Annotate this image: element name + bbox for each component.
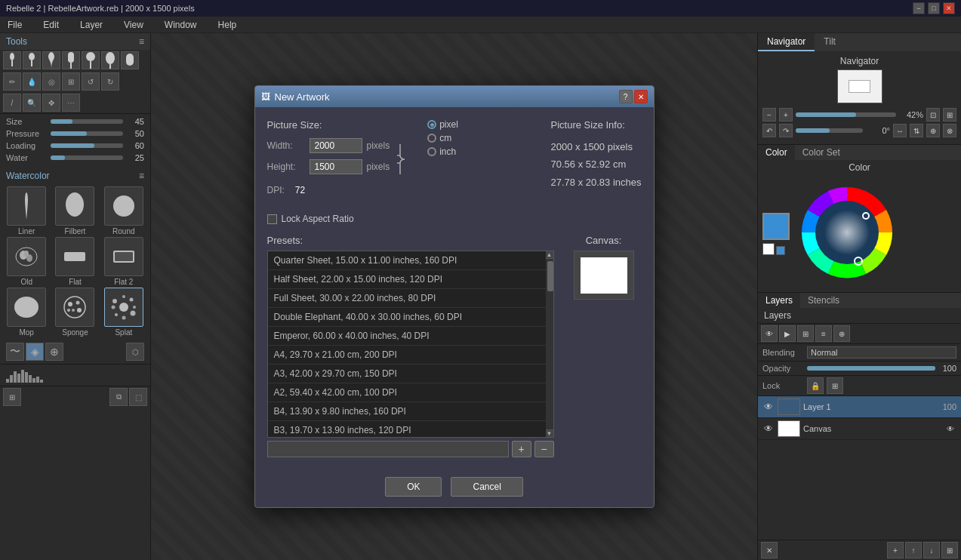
canvas-layer[interactable]: 👁 Canvas 👁	[758, 418, 961, 440]
bg-color-swatch[interactable]	[762, 243, 775, 255]
preset-item-5[interactable]: A4, 29.70 x 21.00 cm, 200 DPI	[268, 346, 546, 365]
layer-action-2[interactable]: ⬚	[129, 388, 147, 406]
brush-tool-4[interactable]	[62, 51, 80, 69]
menu-window[interactable]: Window	[160, 18, 202, 32]
water-slider[interactable]	[51, 155, 123, 160]
zoom-in-button[interactable]: +	[779, 108, 793, 122]
presets-scrollbar[interactable]: ▲ ▼	[546, 251, 553, 437]
tool-fill[interactable]: ◎	[42, 72, 60, 91]
preset-item-1[interactable]: Half Sheet, 22.00 x 15.00 inches, 120 DP…	[268, 270, 546, 289]
scroll-down-button[interactable]: ▼	[546, 429, 553, 437]
layer-extra-bottom-btn[interactable]: ⊞	[941, 542, 958, 558]
nav-extra-button2[interactable]: ⊗	[943, 124, 956, 137]
menu-layer[interactable]: Layer	[75, 18, 107, 32]
brush-tool-7[interactable]	[121, 51, 139, 69]
preset-item-2[interactable]: Full Sheet, 30.00 x 22.00 inches, 80 DPI	[268, 289, 546, 308]
remove-preset-button[interactable]: −	[534, 441, 554, 457]
preset-item-8[interactable]: B4, 13.90 x 9.80 inches, 160 DPI	[268, 402, 546, 421]
brush-menu-icon[interactable]: ≡	[139, 171, 144, 181]
layer-action-1[interactable]: ⧉	[109, 388, 128, 406]
tools-menu-icon[interactable]: ≡	[139, 36, 144, 47]
add-preset-button[interactable]: +	[512, 441, 531, 457]
brush-filbert[interactable]: Filbert	[51, 186, 98, 235]
rotate-right-button[interactable]: ↷	[779, 124, 793, 137]
tool-line[interactable]: /	[3, 94, 21, 112]
tool-redo[interactable]: ↻	[101, 72, 119, 91]
radio-cm[interactable]: cm	[427, 133, 535, 143]
delete-layer-button[interactable]: ✕	[761, 542, 778, 558]
menu-edit[interactable]: Edit	[39, 18, 63, 32]
new-layer-button[interactable]: ⊞	[3, 388, 21, 406]
layer-group-btn[interactable]: ≡	[815, 325, 832, 342]
layer-extra-btn[interactable]: ⊕	[833, 325, 850, 342]
ok-button[interactable]: OK	[385, 477, 442, 497]
menu-help[interactable]: Help	[214, 18, 242, 32]
fit-button[interactable]: ⊡	[926, 108, 940, 122]
zoom-slider[interactable]	[796, 112, 896, 117]
brush-tool-1[interactable]	[3, 51, 21, 69]
preset-item-7[interactable]: A2, 59.40 x 42.00 cm, 100 DPI	[268, 383, 546, 402]
lock-aspect-checkbox[interactable]	[267, 214, 277, 224]
layer-item-1[interactable]: 👁 Layer 1 100	[758, 396, 961, 418]
brush-sponge[interactable]: Sponge	[51, 288, 98, 337]
mirror-v-button[interactable]: ⇅	[910, 124, 923, 137]
full-button[interactable]: ⊞	[943, 108, 956, 122]
tab-color[interactable]: Color	[758, 145, 795, 160]
rotation-slider[interactable]	[796, 128, 863, 133]
primary-color-swatch[interactable]	[762, 213, 790, 240]
dialog-help-button[interactable]: ?	[619, 90, 633, 103]
tool-drip[interactable]: ⊕	[45, 343, 63, 361]
preset-item-3[interactable]: Double Elephant, 40.00 x 30.00 inches, 6…	[268, 308, 546, 327]
lock-button[interactable]: 🔒	[807, 377, 824, 394]
layer-down-btn[interactable]: ↓	[923, 542, 940, 558]
preset-item-9[interactable]: B3, 19.70 x 13.90 inches, 120 DPI	[268, 421, 546, 438]
lock-extra-button[interactable]: ⊞	[827, 377, 843, 394]
layer-1-eye[interactable]: 👁	[762, 401, 775, 413]
tool-undo[interactable]: ↺	[82, 72, 100, 91]
fg-color-mini[interactable]	[776, 246, 785, 255]
tab-tilt[interactable]: Tilt	[815, 33, 845, 51]
brush-flat[interactable]: Flat	[51, 237, 98, 286]
brush-tool-5[interactable]	[82, 51, 100, 69]
canvas-eye[interactable]: 👁	[762, 423, 775, 435]
tool-draw[interactable]: ✏	[3, 72, 21, 91]
tool-move[interactable]: ✥	[42, 94, 60, 112]
close-button[interactable]: ✕	[943, 2, 955, 14]
dialog-close-button[interactable]: ✕	[634, 90, 648, 103]
radio-pixel[interactable]: pixel	[427, 119, 535, 130]
zoom-out-button[interactable]: −	[762, 108, 776, 122]
height-input[interactable]	[310, 159, 362, 174]
scroll-thumb[interactable]	[547, 261, 553, 291]
menu-view[interactable]: View	[119, 18, 148, 32]
brush-tool-2[interactable]	[23, 51, 41, 69]
nav-extra-button[interactable]: ⊕	[926, 124, 940, 137]
tool-select[interactable]: ⋯	[62, 94, 80, 112]
pressure-slider[interactable]	[51, 131, 123, 136]
menu-file[interactable]: File	[3, 18, 26, 32]
rotate-left-button[interactable]: ↶	[762, 124, 776, 137]
brush-liner[interactable]: Liner	[3, 186, 50, 235]
tool-dry[interactable]: ◈	[26, 343, 44, 361]
preset-item-0[interactable]: Quarter Sheet, 15.00 x 11.00 inches, 160…	[268, 251, 546, 270]
size-slider[interactable]	[51, 119, 123, 124]
brush-flat2[interactable]: Flat 2	[100, 237, 147, 286]
layer-visibility-btn[interactable]: 👁	[761, 325, 778, 342]
brush-round[interactable]: Round	[100, 186, 147, 235]
brush-mop[interactable]: Mop	[3, 288, 50, 337]
layer-merge-btn[interactable]: ⊞	[797, 325, 814, 342]
maximize-button[interactable]: □	[928, 2, 940, 14]
tab-stencils[interactable]: Stencils	[800, 293, 847, 308]
scroll-up-button[interactable]: ▲	[546, 251, 553, 259]
preset-name-input[interactable]	[267, 441, 509, 457]
brush-tool-6[interactable]	[101, 51, 119, 69]
tab-layers[interactable]: Layers	[758, 293, 800, 308]
tab-navigator[interactable]: Navigator	[758, 33, 815, 51]
brush-tool-3[interactable]	[42, 51, 60, 69]
new-layer-bottom-btn[interactable]: +	[887, 542, 904, 558]
brush-old[interactable]: Old	[3, 237, 50, 286]
cancel-button[interactable]: Cancel	[451, 477, 522, 497]
layer-up-btn[interactable]: ↑	[905, 542, 922, 558]
preset-item-4[interactable]: Emperor, 60.00 x 40.00 inches, 40 DPI	[268, 327, 546, 346]
layer-play-btn[interactable]: ▶	[779, 325, 796, 342]
tool-erase-right[interactable]: ⬡	[126, 343, 144, 361]
